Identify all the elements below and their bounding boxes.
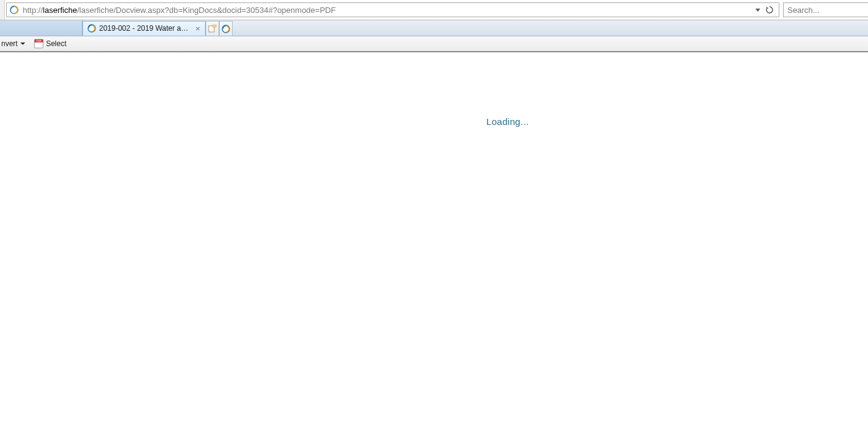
url-dropdown-icon[interactable] xyxy=(755,9,760,12)
svg-point-1 xyxy=(88,25,95,32)
refresh-icon[interactable] xyxy=(765,6,774,14)
tab-strip: 2019-002 - 2019 Water and ... × xyxy=(0,20,868,36)
ie-home-button[interactable] xyxy=(219,21,233,36)
select-button[interactable]: PDF Select xyxy=(31,38,69,50)
convert-label: nvert xyxy=(1,39,18,48)
svg-rect-3 xyxy=(213,25,216,27)
search-placeholder: Search... xyxy=(787,6,819,15)
pdf-toolbar: nvert PDF Select xyxy=(0,36,868,52)
chevron-down-icon xyxy=(20,39,25,48)
tab-spacer xyxy=(0,20,82,36)
search-input[interactable]: Search... xyxy=(783,2,868,17)
convert-button[interactable]: nvert xyxy=(0,38,28,49)
nav-back-edge[interactable] xyxy=(0,0,5,20)
pdf-icon: PDF xyxy=(34,39,44,49)
select-label: Select xyxy=(46,39,66,48)
ie-icon xyxy=(87,23,97,33)
tab-active[interactable]: 2019-002 - 2019 Water and ... × xyxy=(82,21,206,36)
loading-text: Loading... xyxy=(486,116,529,127)
svg-rect-6 xyxy=(34,39,43,42)
close-icon[interactable]: × xyxy=(194,24,201,33)
url-text: http://laserfiche/laserfiche/Docview.asp… xyxy=(23,6,755,15)
url-field[interactable]: http://laserfiche/laserfiche/Docview.asp… xyxy=(6,2,779,17)
svg-point-0 xyxy=(10,6,18,14)
new-tab-button[interactable] xyxy=(206,21,219,36)
svg-point-4 xyxy=(222,25,230,33)
ie-icon xyxy=(9,5,19,15)
document-viewport: Loading... xyxy=(0,52,868,424)
address-bar: http://laserfiche/laserfiche/Docview.asp… xyxy=(0,0,868,20)
svg-rect-2 xyxy=(209,26,214,32)
tab-title: 2019-002 - 2019 Water and ... xyxy=(99,24,191,33)
svg-rect-5 xyxy=(34,39,43,48)
svg-text:PDF: PDF xyxy=(36,39,42,42)
